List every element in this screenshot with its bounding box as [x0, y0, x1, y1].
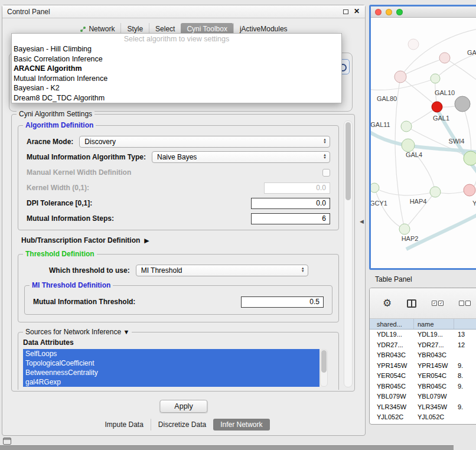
column-header[interactable]: name [414, 319, 454, 329]
gear-icon[interactable]: ⚙ [383, 298, 392, 308]
collapsed-arrow-icon[interactable]: ▶ [144, 237, 149, 244]
network-node[interactable] [402, 139, 415, 152]
attributes-scrollbar[interactable] [320, 349, 328, 387]
deselect-all-icon[interactable] [459, 301, 471, 306]
minimized-panel-icon[interactable] [3, 438, 11, 445]
table-row[interactable]: YBR043CYBR043C [370, 350, 476, 361]
zoom-traffic-light[interactable] [396, 9, 403, 15]
table-cell[interactable]: YPR145W [370, 361, 414, 371]
dropdown-item[interactable]: Basic Correlation Inference [12, 54, 341, 64]
table-cell[interactable] [454, 412, 476, 423]
expanded-arrow-icon[interactable]: ▼ [123, 328, 129, 335]
hub-definition-section[interactable]: Hub/Transcription Factor Definition ▶ [21, 236, 339, 244]
network-node[interactable] [431, 74, 440, 83]
network-node[interactable] [432, 102, 442, 112]
network-node[interactable] [399, 224, 410, 234]
network-graph[interactable]: GAL80GAL7GAL10GAL11GAL1SWI4GAL4GCY1HAP4H… [371, 18, 476, 267]
table-row[interactable]: YJL052CYJL052C [370, 412, 476, 423]
table-row[interactable]: YDR27...YDR27...12 [370, 340, 476, 351]
node-label: GAL4 [406, 151, 422, 158]
scrollbar-thumb[interactable] [321, 350, 327, 373]
network-node[interactable] [439, 53, 450, 63]
mi-type-select[interactable]: Naive Bayes ▲▼ [152, 151, 330, 163]
column-header[interactable]: shared... [370, 319, 414, 329]
mi-threshold-input[interactable] [241, 296, 324, 308]
table-cell[interactable]: 9. [454, 361, 476, 371]
network-canvas[interactable]: GAL80GAL7GAL10GAL11GAL1SWI4GAL4GCY1HAP4H… [371, 18, 476, 268]
column-header[interactable] [454, 319, 476, 329]
table-cell[interactable]: YBR045C [414, 381, 454, 392]
table-cell[interactable]: 9. [454, 381, 476, 392]
table-cell[interactable]: YER054C [414, 371, 454, 381]
network-view-window[interactable]: GAL80GAL7GAL10GAL11GAL1SWI4GAL4GCY1HAP4H… [369, 5, 476, 270]
table-row[interactable]: YPR145WYPR145W9. [370, 361, 476, 371]
table-cell[interactable]: YDL19... [414, 330, 454, 340]
panel-splitter-icon[interactable]: ◀ [360, 219, 364, 224]
table-cell[interactable]: 8. [454, 371, 476, 381]
kernel-width-input[interactable] [264, 182, 330, 194]
close-icon[interactable]: ✕ [354, 7, 360, 15]
network-node[interactable] [455, 96, 470, 112]
table-cell[interactable]: YER054C [370, 371, 414, 381]
sources-title[interactable]: Sources for Network Inference ▼ [23, 328, 132, 336]
aracne-mode-row: Aracne Mode: Discovery ▲▼ [23, 134, 334, 149]
table-cell[interactable]: YBR043C [414, 350, 454, 361]
network-node[interactable] [371, 183, 379, 193]
columns-icon[interactable] [407, 299, 416, 308]
attribute-item-selected[interactable]: TopologicalCoefficient [23, 358, 319, 368]
apply-button[interactable]: Apply [159, 400, 207, 413]
table-row[interactable]: YBL079WYBL079W [370, 392, 476, 402]
dropdown-item[interactable]: Bayesian - Hill Climbing [12, 44, 341, 54]
settings-scrollbar[interactable] [344, 120, 353, 387]
network-window-titlebar[interactable] [371, 6, 476, 18]
table-cell[interactable]: 13 [454, 330, 476, 340]
table-cell[interactable]: YLR345W [414, 402, 454, 413]
network-node[interactable] [395, 71, 406, 83]
table-cell[interactable]: YLR345W [370, 402, 414, 413]
attribute-item-selected[interactable]: BetweennessCentrality [23, 368, 319, 377]
attribute-item-selected[interactable]: gal4RGexp [23, 377, 319, 387]
manual-kernel-checkbox[interactable] [322, 169, 330, 177]
attribute-item-selected[interactable]: SelfLoops [23, 349, 319, 358]
table-cell[interactable]: YJL052C [370, 412, 414, 423]
table-row[interactable]: YER054CYER054C8. [370, 371, 476, 381]
which-threshold-select[interactable]: MI Threshold ▲▼ [136, 265, 308, 276]
tab-discretize-data[interactable]: Discretize Data [151, 419, 213, 431]
table-row[interactable]: YDL19...YDL19...13 [370, 330, 476, 340]
network-node[interactable] [464, 184, 475, 196]
scrollbar-thumb[interactable] [345, 122, 351, 200]
table-cell[interactable]: YPR145W [414, 361, 454, 371]
select-all-icon[interactable]: ✓ ✓ [432, 301, 444, 306]
dpi-tolerance-input[interactable] [251, 198, 330, 209]
tab-impute-data[interactable]: Impute Data [97, 419, 150, 431]
table-cell[interactable] [454, 392, 476, 402]
table-cell[interactable]: YBR045C [370, 381, 414, 392]
minimize-traffic-light[interactable] [386, 9, 392, 15]
table-cell[interactable]: YJL052C [414, 412, 454, 423]
dropdown-item[interactable]: Dream8 DC_TDC Algorithm [12, 93, 341, 103]
table-cell[interactable] [454, 350, 476, 361]
network-node[interactable] [401, 121, 412, 132]
table-cell[interactable]: YDR27... [414, 340, 454, 351]
table-row[interactable]: YLR345WYLR345W9. [370, 402, 476, 413]
control-panel-titlebar[interactable]: Control Panel ✕ [2, 5, 365, 18]
mi-steps-input[interactable] [251, 213, 330, 224]
dropdown-item[interactable]: Mutual Information Inference [12, 74, 341, 84]
table-row[interactable]: YBR045CYBR045C9. [370, 381, 476, 392]
float-window-icon[interactable] [343, 9, 348, 14]
dropdown-item-selected[interactable]: ARACNE Algorithm [12, 64, 341, 74]
network-node[interactable] [408, 39, 419, 50]
table-cell[interactable]: YDL19... [370, 330, 414, 340]
network-node[interactable] [430, 187, 441, 197]
table-cell[interactable]: 12 [454, 340, 476, 351]
network-node[interactable] [464, 151, 476, 165]
table-cell[interactable]: 9. [454, 402, 476, 413]
table-cell[interactable]: YBR043C [370, 350, 414, 361]
table-cell[interactable]: YBL079W [370, 392, 414, 402]
dropdown-item[interactable]: Bayesian - K2 [12, 83, 341, 93]
table-cell[interactable]: YDR27... [370, 340, 414, 351]
tab-infer-network[interactable]: Infer Network [213, 419, 269, 431]
table-cell[interactable]: YBL079W [414, 392, 454, 402]
aracne-mode-select[interactable]: Discovery ▲▼ [79, 136, 330, 148]
close-traffic-light[interactable] [375, 9, 382, 15]
